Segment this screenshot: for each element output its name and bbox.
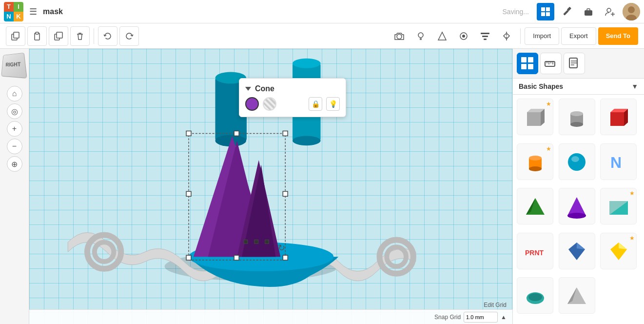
shape-item-text-n[interactable]: N bbox=[600, 143, 637, 180]
shape-item-wedge-teal[interactable]: ★ bbox=[600, 188, 637, 224]
svg-point-19 bbox=[397, 34, 402, 39]
shapes-dropdown-button[interactable]: ▼ bbox=[631, 82, 638, 90]
zoom-out-button[interactable]: − bbox=[7, 139, 22, 154]
menu-icon[interactable]: ☰ bbox=[27, 4, 39, 19]
shape-item-pyramid-green[interactable] bbox=[517, 188, 553, 224]
shape-icon-box-star bbox=[523, 105, 547, 129]
grid-view-button[interactable] bbox=[537, 3, 554, 20]
tab-ruler[interactable] bbox=[540, 53, 562, 74]
shape-item-box-red[interactable] bbox=[600, 99, 637, 135]
shape-item-cylinder-orange[interactable]: ★ bbox=[517, 143, 553, 180]
cone-colors: 🔒 💡 bbox=[245, 97, 340, 111]
hole-button[interactable] bbox=[454, 26, 473, 46]
svg-point-86 bbox=[567, 213, 586, 219]
svg-rect-2 bbox=[541, 12, 545, 16]
snap-grid-input[interactable] bbox=[464, 312, 498, 323]
svg-rect-47 bbox=[234, 131, 239, 136]
svg-rect-0 bbox=[541, 7, 545, 11]
undo-button[interactable] bbox=[98, 26, 117, 46]
home-button[interactable]: ⌂ bbox=[7, 86, 22, 101]
svg-rect-56 bbox=[528, 57, 533, 62]
left-panel: RIGHT ⌂ ◎ + − ⊕ bbox=[0, 49, 29, 324]
paste-button[interactable] bbox=[27, 26, 47, 46]
shapes-grid: ★ bbox=[513, 95, 644, 324]
cone-color-purple[interactable] bbox=[245, 97, 259, 111]
project-name[interactable]: mask bbox=[43, 7, 499, 16]
shape-icon-gem-blue bbox=[565, 239, 589, 263]
tab-notes[interactable] bbox=[564, 53, 585, 74]
duplicate-button[interactable] bbox=[49, 26, 68, 46]
shape-item-text-print[interactable]: PRNT bbox=[517, 233, 553, 269]
snap-grid-arrow[interactable]: ▲ bbox=[501, 314, 507, 321]
svg-marker-91 bbox=[577, 243, 585, 249]
fit-button[interactable]: ⊕ bbox=[7, 156, 22, 172]
shapes-header: Basic Shapes ▼ bbox=[513, 79, 644, 95]
shape-icon-sphere bbox=[565, 149, 589, 174]
shape-item-cylinder-grey[interactable] bbox=[559, 99, 595, 135]
hammer-button[interactable] bbox=[558, 3, 576, 20]
delete-button[interactable] bbox=[70, 26, 90, 46]
toolbar: Import Export Send To bbox=[0, 23, 644, 49]
cone-bulb-button[interactable]: 💡 bbox=[326, 97, 340, 111]
svg-rect-43 bbox=[186, 131, 191, 136]
align-button[interactable] bbox=[475, 26, 495, 46]
view-cube[interactable]: RIGHT bbox=[1, 53, 28, 82]
canvas-area[interactable]: ↻ Cone 🔒 💡 Edit Grid Snap Grid bbox=[29, 49, 512, 324]
svg-rect-51 bbox=[244, 240, 248, 243]
tab-grid[interactable] bbox=[517, 53, 538, 74]
copy-button[interactable] bbox=[6, 26, 25, 46]
shape-item-shape-teal2[interactable] bbox=[517, 277, 553, 314]
shape-icon-wedge-teal bbox=[606, 194, 631, 219]
export-button[interactable]: Export bbox=[561, 27, 596, 45]
right-top-tabs bbox=[513, 49, 644, 79]
import-button[interactable]: Import bbox=[525, 27, 559, 45]
bulb-button[interactable] bbox=[411, 26, 430, 46]
shape-icon-text-print: PRNT bbox=[523, 239, 547, 263]
add-user-button[interactable] bbox=[601, 3, 619, 20]
svg-rect-23 bbox=[481, 33, 489, 34]
logo-t: T bbox=[4, 2, 14, 12]
svg-rect-14 bbox=[14, 32, 19, 38]
svg-rect-45 bbox=[186, 255, 191, 260]
svg-text:PRNT: PRNT bbox=[525, 249, 544, 257]
svg-rect-50 bbox=[234, 255, 239, 260]
briefcase-button[interactable] bbox=[580, 3, 597, 20]
shape-item-shape-grey2[interactable] bbox=[559, 277, 595, 314]
svg-point-95 bbox=[528, 293, 542, 301]
svg-rect-24 bbox=[482, 36, 488, 37]
zoom-in-button[interactable]: + bbox=[7, 121, 22, 137]
shape-item-gem-yellow[interactable]: ★ bbox=[600, 233, 637, 269]
svg-rect-3 bbox=[546, 12, 550, 16]
header: T I N K ☰ mask Saving... bbox=[0, 0, 644, 23]
cone-color-striped[interactable] bbox=[263, 97, 276, 111]
cone-lock-button[interactable]: 🔒 bbox=[309, 97, 322, 111]
shape-item-cone-purple[interactable] bbox=[559, 188, 595, 224]
star-badge: ★ bbox=[546, 145, 551, 152]
shape-item-sphere[interactable] bbox=[559, 143, 595, 180]
svg-point-22 bbox=[462, 35, 465, 38]
shape-item-gem-blue[interactable] bbox=[559, 233, 595, 269]
shape-icon-cone-purple bbox=[565, 194, 589, 219]
shape-button[interactable] bbox=[432, 26, 452, 46]
mirror-button[interactable] bbox=[497, 26, 516, 46]
camera-button[interactable] bbox=[390, 26, 409, 46]
logo-k: K bbox=[14, 12, 23, 21]
edit-grid-label[interactable]: Edit Grid bbox=[484, 302, 507, 308]
cone-tooltip-arrow[interactable] bbox=[245, 87, 251, 91]
svg-rect-59 bbox=[545, 61, 555, 66]
redo-button[interactable] bbox=[119, 26, 139, 46]
main-area: RIGHT ⌂ ◎ + − ⊕ bbox=[0, 49, 644, 324]
view-cube-box[interactable]: RIGHT bbox=[1, 53, 27, 79]
app-logo[interactable]: T I N K bbox=[4, 2, 23, 21]
svg-rect-74 bbox=[610, 112, 624, 126]
orbit-button[interactable]: ◎ bbox=[7, 103, 22, 119]
send-to-button[interactable]: Send To bbox=[598, 27, 638, 45]
star-badge: ★ bbox=[629, 190, 635, 197]
profile-avatar[interactable] bbox=[623, 3, 640, 20]
svg-point-81 bbox=[571, 156, 579, 162]
svg-rect-6 bbox=[585, 10, 592, 16]
svg-rect-53 bbox=[265, 240, 269, 243]
svg-point-79 bbox=[529, 166, 542, 171]
svg-rect-52 bbox=[254, 240, 258, 243]
shape-item-box-star[interactable]: ★ bbox=[517, 99, 553, 135]
